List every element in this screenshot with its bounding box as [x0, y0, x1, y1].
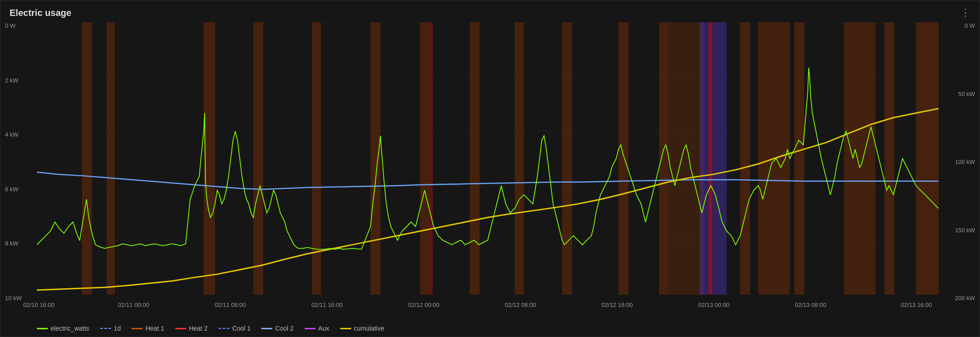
- chart-title: Electric usage: [10, 8, 71, 18]
- svg-rect-20: [699, 22, 726, 295]
- legend-label-heat2: Heat 2: [189, 325, 208, 332]
- legend-label-heat1: Heat 1: [145, 325, 164, 332]
- legend: electric_watts 1d Heat 1 Heat 2 Cool 1 C…: [0, 322, 980, 337]
- y-axis-right: 200 kW 150 kW 100 kW 50 kW 0 W: [939, 22, 975, 304]
- legend-color-aux: [305, 328, 316, 329]
- svg-rect-10: [312, 22, 321, 295]
- svg-rect-13: [429, 22, 433, 295]
- svg-rect-21: [709, 22, 712, 295]
- legend-label-electric-watts: electric_watts: [51, 325, 89, 332]
- legend-color-heat2: [175, 328, 186, 329]
- svg-rect-15: [515, 22, 524, 295]
- y-left-label-1: 8 kW: [5, 240, 37, 247]
- x-label-4: 02/12 00:00: [408, 301, 439, 308]
- main-svg: [37, 22, 939, 295]
- svg-rect-12: [420, 22, 429, 295]
- chart-container: Electric usage ⋮ 10 kW 8 kW 6 kW 4 kW 2 …: [0, 0, 980, 337]
- svg-rect-26: [884, 22, 894, 295]
- svg-rect-17: [618, 22, 628, 295]
- legend-color-electric-watts: [37, 328, 48, 329]
- legend-item-aux: Aux: [305, 325, 329, 332]
- x-axis: 02/10 16:00 02/11 00:00 02/11 08:00 02/1…: [37, 301, 939, 308]
- legend-label-cool1: Cool 1: [232, 325, 250, 332]
- legend-label-aux: Aux: [318, 325, 329, 332]
- y-right-label-3: 50 kW: [939, 91, 975, 97]
- svg-rect-11: [371, 22, 381, 295]
- svg-rect-27: [916, 22, 939, 295]
- legend-item-cool2: Cool 2: [261, 325, 293, 332]
- legend-item-1d: 1d: [100, 325, 121, 332]
- y-right-label-1: 150 kW: [939, 227, 975, 234]
- y-left-label-0: 10 kW: [5, 295, 37, 301]
- y-left-label-5: 0 W: [5, 22, 37, 29]
- svg-rect-9: [253, 22, 263, 295]
- menu-icon[interactable]: ⋮: [960, 7, 970, 19]
- y-right-label-0: 200 kW: [939, 295, 975, 301]
- svg-rect-7: [107, 22, 115, 295]
- svg-rect-14: [470, 22, 480, 295]
- legend-color-cool2: [261, 328, 272, 329]
- y-left-label-4: 2 kW: [5, 77, 37, 84]
- y-right-label-4: 0 W: [939, 22, 975, 29]
- svg-rect-22: [740, 22, 750, 295]
- x-label-6: 02/12 16:00: [602, 301, 633, 308]
- x-label-0: 02/10 16:00: [23, 301, 55, 308]
- svg-rect-25: [844, 22, 875, 295]
- x-label-2: 02/11 08:00: [214, 301, 246, 308]
- svg-rect-6: [82, 22, 92, 295]
- legend-label-cool2: Cool 2: [275, 325, 293, 332]
- svg-rect-19: [668, 22, 704, 295]
- y-axis-left: 10 kW 8 kW 6 kW 4 kW 2 kW 0 W: [5, 22, 37, 304]
- x-label-1: 02/11 00:00: [118, 301, 149, 308]
- legend-color-cool1: [219, 328, 230, 329]
- x-label-8: 02/13 08:00: [795, 301, 827, 308]
- chart-header: Electric usage ⋮: [0, 0, 980, 22]
- legend-label-cumulative: cumulative: [354, 325, 384, 332]
- legend-label-1d: 1d: [114, 325, 121, 332]
- legend-item-electric-watts: electric_watts: [37, 325, 89, 332]
- x-label-5: 02/12 08:00: [505, 301, 536, 308]
- legend-color-heat1: [132, 328, 143, 329]
- legend-item-heat1: Heat 1: [132, 325, 164, 332]
- plot-area: [37, 22, 939, 295]
- legend-color-1d: [100, 328, 111, 329]
- svg-rect-18: [659, 22, 668, 295]
- x-label-9: 02/13 16:00: [901, 301, 932, 308]
- chart-area: 10 kW 8 kW 6 kW 4 kW 2 kW 0 W 200 kW 150…: [5, 22, 975, 322]
- legend-color-cumulative: [340, 328, 351, 329]
- x-label-7: 02/13 00:00: [698, 301, 730, 308]
- x-label-3: 02/11 16:00: [311, 301, 343, 308]
- svg-rect-16: [562, 22, 572, 295]
- legend-item-cumulative: cumulative: [340, 325, 384, 332]
- legend-item-cool1: Cool 1: [219, 325, 250, 332]
- y-left-label-3: 4 kW: [5, 131, 37, 138]
- y-right-label-2: 100 kW: [939, 158, 975, 165]
- svg-rect-24: [794, 22, 804, 295]
- y-left-label-2: 6 kW: [5, 186, 37, 193]
- legend-item-heat2: Heat 2: [175, 325, 208, 332]
